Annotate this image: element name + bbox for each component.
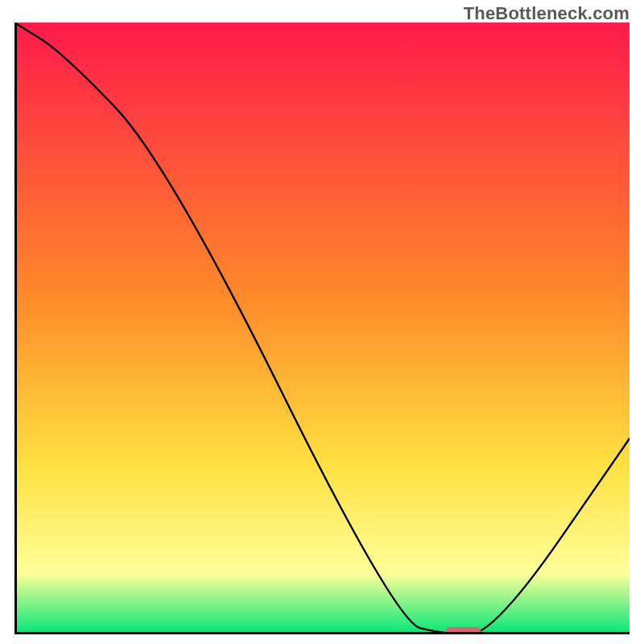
chart-container: TheBottleneck.com: [0, 0, 644, 644]
watermark-text: TheBottleneck.com: [464, 3, 630, 24]
axes-frame: [14, 23, 630, 634]
